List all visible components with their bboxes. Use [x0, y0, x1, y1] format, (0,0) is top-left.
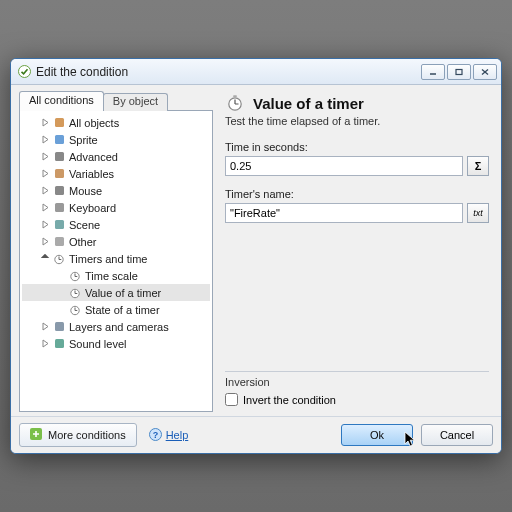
chevron-right-icon[interactable] [40, 202, 51, 213]
invert-row[interactable]: Invert the condition [225, 393, 489, 406]
dialog-footer: More conditions ? Help Ok Cancel [11, 416, 501, 453]
tree-item-label: Variables [69, 168, 114, 180]
chevron-right-icon[interactable] [40, 321, 51, 332]
minimize-button[interactable] [421, 64, 445, 80]
panel-description: Test the time elapsed of a timer. [225, 115, 489, 127]
tree-item[interactable]: Keyboard [22, 199, 210, 216]
scene-icon [52, 218, 66, 232]
tree-item[interactable]: Sound level [22, 335, 210, 352]
chevron-right-icon[interactable] [40, 219, 51, 230]
text-button[interactable]: txt [467, 203, 489, 223]
blank-icon [56, 304, 67, 315]
tree-item[interactable]: Advanced [22, 148, 210, 165]
dot-icon [52, 235, 66, 249]
window-controls [421, 64, 497, 80]
more-conditions-button[interactable]: More conditions [19, 423, 137, 447]
chevron-right-icon[interactable] [40, 338, 51, 349]
tabs: All conditions By object [19, 91, 213, 111]
svg-rect-6 [55, 135, 64, 144]
tree-item-label: Scene [69, 219, 100, 231]
panel-heading: Value of a timer [225, 93, 489, 113]
box-icon [52, 116, 66, 130]
sound-icon [52, 337, 66, 351]
svg-rect-5 [55, 118, 64, 127]
ok-button[interactable]: Ok [341, 424, 413, 446]
chevron-down-icon[interactable] [40, 253, 51, 264]
tree-item[interactable]: Mouse [22, 182, 210, 199]
inversion-label: Inversion [225, 376, 489, 388]
plus-icon [30, 428, 42, 442]
tree-item[interactable]: Layers and cameras [22, 318, 210, 335]
tree-item[interactable]: Time scale [22, 267, 210, 284]
titlebar[interactable]: Edit the condition [11, 59, 501, 85]
right-pane: Value of a timer Test the time elapsed o… [213, 91, 493, 412]
tree-item-label: Mouse [69, 185, 102, 197]
close-button[interactable] [473, 64, 497, 80]
tree-item[interactable]: Other [22, 233, 210, 250]
app-icon [17, 65, 31, 79]
svg-rect-8 [55, 169, 64, 178]
tree-item[interactable]: Timers and time [22, 250, 210, 267]
tree-item-label: Layers and cameras [69, 321, 169, 333]
tree-item-label: Keyboard [69, 202, 116, 214]
clock-icon [225, 93, 245, 113]
help-icon: ? [149, 428, 162, 443]
tree-item[interactable]: Scene [22, 216, 210, 233]
chevron-right-icon[interactable] [40, 117, 51, 128]
tab-by-object[interactable]: By object [103, 93, 168, 111]
mouse-icon [52, 184, 66, 198]
more-conditions-label: More conditions [48, 429, 126, 441]
chevron-right-icon[interactable] [40, 151, 51, 162]
tree-item-label: Sprite [69, 134, 98, 146]
left-pane: All conditions By object All objectsSpri… [19, 91, 213, 412]
chevron-right-icon[interactable] [40, 134, 51, 145]
tree-item-label: Other [69, 236, 97, 248]
svg-rect-25 [55, 322, 64, 331]
layers-icon [52, 320, 66, 334]
clock-icon [52, 252, 66, 266]
tree-item-label: Advanced [69, 151, 118, 163]
blank-icon [56, 270, 67, 281]
clock-icon [68, 303, 82, 317]
cursor-icon [404, 431, 420, 451]
tab-all-conditions[interactable]: All conditions [19, 91, 104, 111]
tree-item[interactable]: Variables [22, 165, 210, 182]
help-link[interactable]: ? Help [149, 428, 189, 443]
tree-item-label: Value of a timer [85, 287, 161, 299]
time-input[interactable] [225, 156, 463, 176]
invert-label: Invert the condition [243, 394, 336, 406]
condition-tree[interactable]: All objectsSpriteAdvancedVariablesMouseK… [19, 110, 213, 412]
timer-name-input[interactable] [225, 203, 463, 223]
svg-rect-9 [55, 186, 64, 195]
maximize-button[interactable] [447, 64, 471, 80]
tree-item[interactable]: Sprite [22, 131, 210, 148]
tree-item-label: Sound level [69, 338, 127, 350]
svg-text:?: ? [152, 430, 158, 440]
svg-rect-28 [233, 95, 237, 97]
svg-rect-26 [55, 339, 64, 348]
time-label: Time in seconds: [225, 141, 489, 153]
invert-checkbox[interactable] [225, 393, 238, 406]
svg-rect-12 [55, 237, 64, 246]
panel-title: Value of a timer [253, 95, 364, 112]
tree-item[interactable]: All objects [22, 114, 210, 131]
chevron-right-icon[interactable] [40, 185, 51, 196]
cancel-button[interactable]: Cancel [421, 424, 493, 446]
tree-item[interactable]: State of a timer [22, 301, 210, 318]
dialog-body: All conditions By object All objectsSpri… [11, 85, 501, 416]
svg-rect-11 [55, 220, 64, 229]
tree-item-label: Timers and time [69, 253, 147, 265]
help-label: Help [166, 429, 189, 441]
window-title: Edit the condition [36, 65, 421, 79]
timer-name-label: Timer's name: [225, 188, 489, 200]
chevron-right-icon[interactable] [40, 168, 51, 179]
tree-item-label: All objects [69, 117, 119, 129]
expression-button[interactable]: Σ [467, 156, 489, 176]
chevron-right-icon[interactable] [40, 236, 51, 247]
svg-rect-7 [55, 152, 64, 161]
svg-point-0 [18, 66, 30, 78]
var-icon [52, 167, 66, 181]
gear-icon [52, 150, 66, 164]
svg-rect-10 [55, 203, 64, 212]
tree-item[interactable]: Value of a timer [22, 284, 210, 301]
